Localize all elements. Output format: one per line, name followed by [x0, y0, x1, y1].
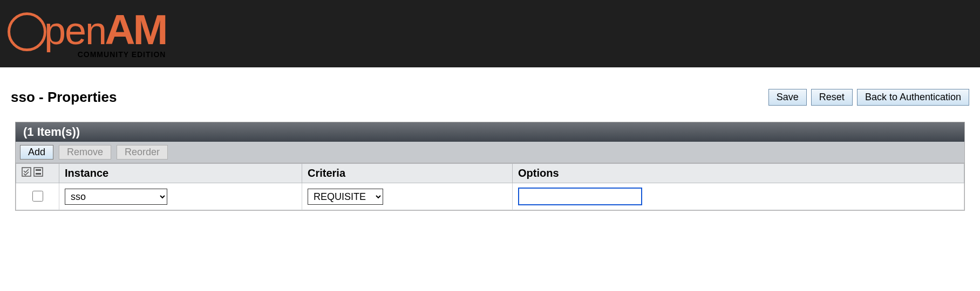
logo-text: penAM	[8, 9, 166, 53]
content: (1 Item(s)) Add Remove Reorder	[0, 111, 980, 221]
svg-rect-3	[36, 173, 41, 175]
table-row: sso REQUISITE	[16, 183, 964, 210]
back-button[interactable]: Back to Authentication	[857, 89, 969, 106]
save-button[interactable]: Save	[768, 89, 807, 106]
panel: (1 Item(s)) Add Remove Reorder	[15, 122, 965, 211]
header-buttons: Save Reset Back to Authentication	[768, 89, 969, 106]
add-button[interactable]: Add	[20, 145, 53, 160]
data-table: Instance Criteria Options sso	[16, 163, 964, 210]
reset-button[interactable]: Reset	[811, 89, 853, 106]
column-options: Options	[513, 164, 964, 183]
svg-rect-1	[34, 168, 43, 176]
logo-am: AM	[105, 9, 166, 51]
page-title: sso - Properties	[11, 89, 117, 106]
select-all-icon[interactable]	[22, 167, 31, 177]
remove-button[interactable]: Remove	[59, 145, 111, 160]
reorder-button[interactable]: Reorder	[117, 145, 168, 160]
column-criteria: Criteria	[302, 164, 513, 183]
instance-select[interactable]: sso	[65, 189, 167, 205]
column-instance: Instance	[59, 164, 302, 183]
column-select	[16, 164, 59, 183]
svg-rect-2	[36, 169, 41, 171]
criteria-select[interactable]: REQUISITE	[308, 189, 383, 205]
logo: penAM COMMUNITY EDITION	[8, 9, 166, 59]
top-bar: penAM COMMUNITY EDITION	[0, 0, 980, 67]
panel-toolbar: Add Remove Reorder	[16, 142, 964, 163]
deselect-all-icon[interactable]	[33, 167, 43, 177]
row-checkbox[interactable]	[32, 191, 43, 202]
panel-title: (1 Item(s))	[16, 122, 964, 142]
options-input[interactable]	[518, 188, 642, 205]
logo-open: pen	[8, 11, 106, 53]
page-header: sso - Properties Save Reset Back to Auth…	[0, 67, 980, 111]
